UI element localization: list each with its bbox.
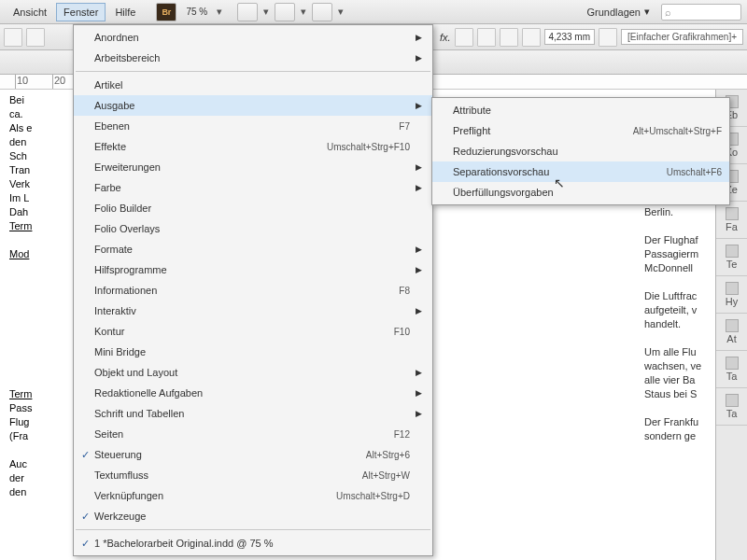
chevron-down-icon[interactable]: ▾ <box>299 6 308 18</box>
menu-item[interactable]: Redaktionelle Aufgaben▶ <box>74 383 432 403</box>
shortcut: Umschalt+Strg+F10 <box>327 142 416 152</box>
menu-item[interactable]: Interaktiv▶ <box>74 301 432 321</box>
text-line: Term <box>9 387 50 401</box>
menu-item[interactable]: EbenenF7 <box>74 116 432 136</box>
panel-icon <box>726 394 739 407</box>
submenu-item[interactable]: Überfüllungsvorgaben <box>432 182 729 203</box>
frame-fit-icon[interactable] <box>500 28 518 47</box>
text-line: Tran <box>9 163 50 177</box>
menu-hilfe[interactable]: Hilfe <box>107 3 143 21</box>
menu-item[interactable]: Formate▶ <box>74 239 432 259</box>
panel-button[interactable]: Ta <box>716 388 747 426</box>
object-style-select[interactable]: [Einfacher Grafikrahmen]+ <box>621 29 743 45</box>
menu-item[interactable]: InformationenF8 <box>74 280 432 301</box>
menu-item[interactable]: Schrift und Tabellen▶ <box>74 403 432 424</box>
chevron-down-icon[interactable]: ▾ <box>336 6 345 18</box>
menu-item[interactable]: Artikel <box>74 75 432 95</box>
menu-item[interactable]: VerknüpfungenUmschalt+Strg+D <box>74 485 432 506</box>
text-line: Passagierm <box>644 247 710 261</box>
menu-item-label: Effekte <box>94 141 327 152</box>
menu-item-label: Schrift und Tabellen <box>94 408 410 419</box>
workspace-switcher[interactable]: Grundlagen▾ <box>580 3 658 21</box>
chevron-down-icon[interactable]: ▾ <box>261 6 271 18</box>
menu-item[interactable]: SeitenF12 <box>74 424 432 444</box>
shortcut: Alt+Strg+W <box>362 470 416 481</box>
text-line <box>9 261 50 275</box>
text-line: (Fra <box>9 429 50 443</box>
submenu-item[interactable]: Attribute <box>432 100 729 120</box>
object-style-icon[interactable] <box>599 28 617 47</box>
chevron-down-icon[interactable]: ▾ <box>215 6 224 18</box>
menu-item-label: Artikel <box>94 79 410 91</box>
menu-item[interactable]: KonturF10 <box>74 321 432 342</box>
window-menu-dropdown: Anordnen▶Arbeitsbereich▶ArtikelAusgabe▶E… <box>73 24 433 556</box>
menu-item[interactable]: Folio Overlays <box>74 218 432 239</box>
align-icon[interactable] <box>477 28 496 47</box>
menu-item[interactable]: EffekteUmschalt+Strg+F10 <box>74 136 432 157</box>
menu-item-label: Arbeitsbereich <box>94 52 410 63</box>
shortcut: F7 <box>399 121 416 132</box>
panel-button[interactable]: Fa <box>716 202 747 239</box>
menu-item[interactable]: Anordnen▶ <box>74 27 432 48</box>
menu-item[interactable]: Erweiterungen▶ <box>74 157 432 177</box>
menu-item-label: Kontur <box>94 326 394 337</box>
menu-item[interactable]: Folio Builder <box>74 198 432 218</box>
menu-item[interactable]: Farbe▶ <box>74 177 432 198</box>
shortcut: Umschalt+Strg+D <box>336 491 416 501</box>
panel-label: Fa <box>726 221 738 232</box>
submenu-arrow-icon: ▶ <box>416 388 425 398</box>
shortcut: Alt+Strg+6 <box>366 450 416 460</box>
view-mode-3-icon[interactable] <box>312 3 332 21</box>
check-icon: ✓ <box>76 511 94 523</box>
panel-button[interactable]: Hy <box>716 276 747 314</box>
text-line: alle vier Ba <box>644 373 710 387</box>
menu-item[interactable]: ✓1 *Bachelorarbeit Original.indd @ 75 % <box>74 533 432 553</box>
text-line: Mod <box>9 247 50 261</box>
text-line: Der Flughaf <box>644 233 710 247</box>
menu-fenster[interactable]: Fenster <box>56 3 106 21</box>
frame-fit-icon[interactable] <box>522 28 541 47</box>
panel-button[interactable]: Te <box>716 239 747 276</box>
menu-item-label: Verknüpfungen <box>94 490 336 501</box>
menu-item-label: 1 *Bachelorarbeit Original.indd @ 75 % <box>94 538 410 549</box>
submenu-arrow-icon: ▶ <box>416 265 425 274</box>
panel-button[interactable]: At <box>716 314 747 351</box>
search-icon: ⌕ <box>665 7 671 18</box>
bridge-icon[interactable]: Br <box>156 3 176 21</box>
menu-item-label: Informationen <box>94 285 399 296</box>
menu-item-label: Folio Overlays <box>94 223 410 234</box>
measure-field[interactable]: 4,233 mm <box>544 29 595 45</box>
view-mode-2-icon[interactable] <box>275 3 295 21</box>
text-line: Verk <box>9 177 50 191</box>
menu-item[interactable]: TextumflussAlt+Strg+W <box>74 465 432 485</box>
check-icon: ✓ <box>76 449 94 461</box>
text-line: handelt. <box>644 317 710 331</box>
shortcut: F10 <box>394 327 416 337</box>
fx-label: fx. <box>440 32 451 43</box>
view-mode-1-icon[interactable] <box>237 3 258 21</box>
submenu-item[interactable]: SeparationsvorschauUmschalt+F6 <box>432 161 729 182</box>
menu-item[interactable]: Ausgabe▶ <box>74 95 432 116</box>
align-icon[interactable] <box>455 28 473 47</box>
submenu-item[interactable]: PreflightAlt+Umschalt+Strg+F <box>432 120 729 141</box>
text-line: ca. <box>9 107 50 121</box>
menu-item[interactable]: ✓Werkzeuge <box>74 506 432 526</box>
submenu-item[interactable]: Reduzierungsvorschau <box>432 141 729 161</box>
menu-item[interactable]: Arbeitsbereich▶ <box>74 48 432 68</box>
text-line: wachsen, ve <box>644 359 710 373</box>
control-icon[interactable] <box>4 28 22 47</box>
panel-button[interactable]: Ta <box>716 351 747 388</box>
zoom-level[interactable]: 75 % <box>180 7 213 17</box>
menu-item[interactable]: ✓SteuerungAlt+Strg+6 <box>74 444 432 465</box>
menu-ansicht[interactable]: Ansicht <box>6 3 54 21</box>
menu-item[interactable]: Mini Bridge <box>74 342 432 362</box>
panel-label: Hy <box>726 296 738 307</box>
submenu-arrow-icon: ▶ <box>416 245 425 254</box>
search-input[interactable]: ⌕ <box>661 4 741 21</box>
ausgabe-submenu: AttributePreflightAlt+Umschalt+Strg+FRed… <box>431 97 730 205</box>
text-line: Als e <box>9 121 50 135</box>
text-line: Um alle Flu <box>644 345 710 359</box>
control-icon[interactable] <box>26 28 45 47</box>
menu-item[interactable]: Objekt und Layout▶ <box>74 362 432 383</box>
menu-item[interactable]: Hilfsprogramme▶ <box>74 259 432 280</box>
